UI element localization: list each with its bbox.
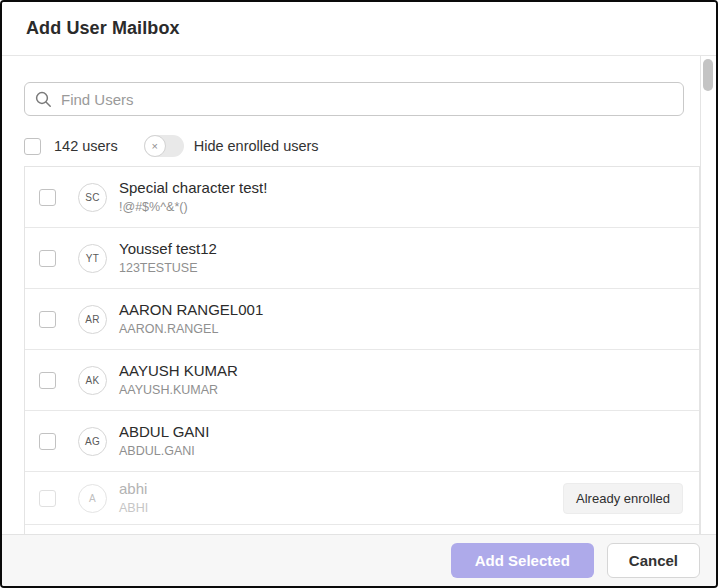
avatar-initials: YT bbox=[86, 253, 99, 264]
avatar: A bbox=[78, 484, 107, 513]
user-text: AAYUSH KUMAR AAYUSH.KUMAR bbox=[119, 362, 238, 398]
user-list: SC Special character test! !@#$%^&*() YT… bbox=[24, 166, 700, 534]
user-checkbox[interactable] bbox=[39, 490, 56, 507]
dialog-footer: Add Selected Cancel bbox=[2, 534, 716, 586]
user-count-label: 142 users bbox=[54, 138, 118, 154]
list-item[interactable]: A abhi ABHI Already enrolled bbox=[25, 472, 699, 525]
avatar: YT bbox=[78, 244, 107, 273]
select-all-checkbox[interactable] bbox=[24, 138, 41, 155]
hide-enrolled-toggle[interactable]: × bbox=[144, 135, 184, 157]
list-item[interactable]: AR AARON RANGEL001 AARON.RANGEL bbox=[25, 289, 699, 350]
user-text: Youssef test12 123TESTUSE bbox=[119, 240, 217, 276]
list-item[interactable]: AK AAYUSH KUMAR AAYUSH.KUMAR bbox=[25, 350, 699, 411]
scrollbar[interactable] bbox=[700, 56, 716, 534]
search-box[interactable] bbox=[24, 82, 684, 116]
cancel-button[interactable]: Cancel bbox=[607, 543, 700, 578]
list-item[interactable]: AG ABDUL GANI ABDUL.GANI bbox=[25, 411, 699, 472]
hide-enrolled-label: Hide enrolled users bbox=[194, 138, 319, 154]
user-checkbox[interactable] bbox=[39, 372, 56, 389]
user-checkbox[interactable] bbox=[39, 189, 56, 206]
user-checkbox[interactable] bbox=[39, 250, 56, 267]
avatar-initials: A bbox=[89, 493, 96, 504]
user-username: AAYUSH.KUMAR bbox=[119, 382, 238, 398]
avatar: AG bbox=[78, 427, 107, 456]
dialog-title: Add User Mailbox bbox=[26, 18, 180, 39]
dialog-body-content: 142 users × Hide enrolled users SC Speci… bbox=[2, 56, 700, 534]
search-input[interactable] bbox=[61, 91, 673, 108]
add-selected-button[interactable]: Add Selected bbox=[451, 543, 594, 578]
x-icon: × bbox=[151, 141, 157, 152]
user-name: ABDUL GANI bbox=[119, 423, 209, 442]
user-text: Special character test! !@#$%^&*() bbox=[119, 179, 267, 215]
user-username: !@#$%^&*() bbox=[119, 199, 267, 215]
user-username: ABDUL.GANI bbox=[119, 443, 209, 459]
dialog-body: 142 users × Hide enrolled users SC Speci… bbox=[2, 56, 716, 534]
user-username: AARON.RANGEL bbox=[119, 321, 263, 337]
list-item[interactable]: YT Youssef test12 123TESTUSE bbox=[25, 228, 699, 289]
avatar-initials: AK bbox=[86, 375, 100, 386]
avatar-initials: AR bbox=[85, 314, 100, 325]
search-icon bbox=[35, 91, 52, 108]
user-username: ABHI bbox=[119, 500, 148, 516]
user-name: AARON RANGEL001 bbox=[119, 301, 263, 320]
avatar-initials: SC bbox=[85, 192, 100, 203]
user-text: abhi ABHI bbox=[119, 480, 148, 516]
user-checkbox[interactable] bbox=[39, 311, 56, 328]
user-name: Youssef test12 bbox=[119, 240, 217, 259]
user-text: AARON RANGEL001 AARON.RANGEL bbox=[119, 301, 263, 337]
avatar: AK bbox=[78, 366, 107, 395]
user-checkbox[interactable] bbox=[39, 433, 56, 450]
toggle-knob: × bbox=[144, 135, 166, 157]
avatar-initials: AG bbox=[85, 436, 100, 447]
user-name: Special character test! bbox=[119, 179, 267, 198]
user-name: abhi bbox=[119, 480, 148, 499]
add-user-mailbox-dialog: Add User Mailbox 142 users × Hide enr bbox=[0, 0, 718, 588]
dialog-header: Add User Mailbox bbox=[2, 2, 716, 56]
user-text: ABDUL GANI ABDUL.GANI bbox=[119, 423, 209, 459]
filter-row: 142 users × Hide enrolled users bbox=[24, 135, 700, 157]
scrollbar-thumb[interactable] bbox=[703, 59, 713, 91]
user-username: 123TESTUSE bbox=[119, 260, 217, 276]
user-name: AAYUSH KUMAR bbox=[119, 362, 238, 381]
avatar: AR bbox=[78, 305, 107, 334]
list-item[interactable]: SC Special character test! !@#$%^&*() bbox=[25, 167, 699, 228]
avatar: SC bbox=[78, 183, 107, 212]
already-enrolled-badge: Already enrolled bbox=[563, 483, 683, 514]
